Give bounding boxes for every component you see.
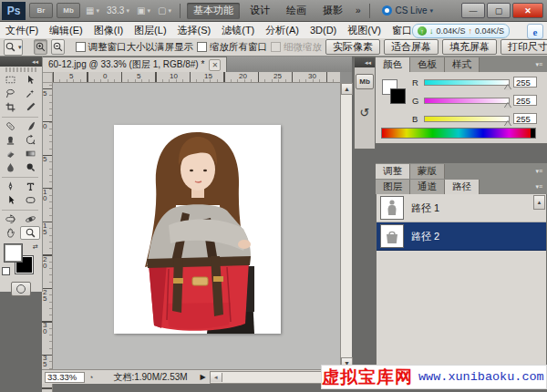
green-value-field[interactable] [513,95,537,106]
status-flyout-button[interactable]: ▶ [201,373,206,381]
panel-menu-icon[interactable]: ▾≡ [535,168,547,179]
launch-mini-bridge-button[interactable]: Mb [57,3,80,18]
menu-filter[interactable]: 滤镜(T) [216,22,260,38]
browser-icon[interactable]: e [527,24,543,39]
tab-adjustments[interactable]: 调整 [376,164,410,179]
zoom-in-mode-button[interactable] [34,39,47,55]
shape-tool[interactable] [20,193,40,207]
toolbox-collapse-button[interactable]: ◂◂ [0,57,42,67]
menu-image[interactable]: 图像(I) [88,22,129,38]
maximize-button[interactable]: ▢ [487,3,511,18]
tab-layers[interactable]: 图层 [376,180,410,194]
color-spectrum-ramp[interactable] [381,128,536,139]
pen-tool[interactable] [0,180,20,193]
3d-rotate-tool[interactable] [0,212,20,226]
tab-styles[interactable]: 样式 [445,57,480,72]
lasso-tool[interactable] [0,87,20,100]
slider-thumb-icon[interactable] [504,85,511,90]
type-tool[interactable] [20,180,40,193]
menu-layer[interactable]: 图层(L) [129,22,171,38]
quick-mask-button[interactable] [11,282,31,296]
black-swatch[interactable] [531,129,535,138]
zoom-out-mode-button[interactable] [51,39,65,55]
dodge-tool[interactable] [20,160,40,174]
path-selection-tool[interactable] [0,193,20,207]
3d-orbit-tool[interactable] [20,212,40,226]
view-extras-dropdown[interactable]: ▦ ▾ [84,6,101,15]
arrange-documents-dropdown[interactable]: ▣ ▾ [135,6,152,15]
eyedropper-tool[interactable] [20,100,40,114]
eraser-tool[interactable] [0,147,20,160]
launch-bridge-button[interactable]: Br [29,3,53,18]
zoom-all-windows-checkbox[interactable]: 缩放所有窗口 [197,41,267,54]
vertical-scrollbar[interactable]: ▲ ▼ [340,83,352,369]
tab-color[interactable]: 颜色 [376,57,410,72]
dock-collapse-button[interactable]: ◂◂ [355,57,375,67]
toolbox-grip[interactable] [5,67,36,72]
cs-live-dropdown[interactable]: CS Live ▾ [382,5,433,15]
actual-pixels-button[interactable]: 实际像素 [325,39,380,55]
document-tab[interactable]: 60-12.jpg @ 33.3% (图层 1, RGB/8#) * ✕ [42,57,227,72]
hand-tool[interactable] [0,226,20,240]
history-panel-button[interactable]: ↺ [356,104,373,120]
menu-select[interactable]: 选择(S) [172,22,217,38]
menu-edit[interactable]: 编辑(E) [44,22,88,38]
canvas-area[interactable] [53,83,340,369]
gradient-tool[interactable] [20,147,40,160]
red-slider[interactable] [424,79,510,86]
default-colors-icon[interactable] [2,267,10,275]
history-brush-tool[interactable] [20,133,40,147]
crop-tool[interactable] [0,100,20,114]
tab-swatches[interactable]: 色板 [410,57,445,72]
clone-stamp-tool[interactable] [0,133,20,147]
blue-slider[interactable] [424,116,510,122]
path-row-2[interactable]: 路径 2 [377,222,546,251]
fit-screen-button[interactable]: 适合屏幕 [384,39,439,55]
path-name[interactable]: 路径 1 [411,201,439,215]
workspace-tab-photography[interactable]: 摄影 [316,3,349,19]
menu-view[interactable]: 视图(V) [342,22,387,38]
current-tool-preview[interactable]: ▾ [4,39,23,56]
workspace-tab-painting[interactable]: 绘画 [280,3,313,19]
brush-tool[interactable] [20,119,40,133]
marquee-tool[interactable] [0,73,20,87]
minimize-button[interactable]: — [461,3,485,18]
move-tool[interactable] [20,73,40,87]
path-row-1[interactable]: 路径 1 [377,194,546,222]
scroll-left-icon[interactable]: ◄ [211,373,222,382]
more-workspaces-button[interactable]: » [353,5,364,15]
scroll-up-icon[interactable]: ▲ [533,195,545,210]
mini-bridge-panel-button[interactable]: Mb [356,74,374,89]
blue-value-field[interactable] [513,113,537,124]
menu-analysis[interactable]: 分析(A) [260,22,304,38]
menu-file[interactable]: 文件(F) [0,22,44,38]
print-size-button[interactable]: 打印尺寸 [501,39,547,55]
red-value-field[interactable] [513,77,537,88]
resize-windows-checkbox[interactable]: 调整窗口大小以满屏显示 [76,41,194,54]
menu-3d[interactable]: 3D(D) [304,22,342,38]
scroll-up-icon[interactable]: ▲ [341,83,353,95]
zoom-level-dropdown[interactable]: 33.3 ▾ [105,5,131,15]
zoom-tool[interactable] [20,226,40,240]
slider-thumb-icon[interactable] [504,121,511,127]
green-slider[interactable] [424,98,510,104]
tab-masks[interactable]: 蒙版 [410,164,445,179]
blur-tool[interactable] [0,160,20,174]
close-button[interactable]: ✕ [512,3,543,18]
workspace-tab-essentials[interactable]: 基本功能 [187,3,240,19]
tab-close-icon[interactable]: ✕ [209,59,221,71]
tab-paths[interactable]: 路径 [445,180,480,194]
magic-wand-tool[interactable] [20,87,40,100]
screen-mode-dropdown[interactable]: ▢ ▾ [156,6,173,15]
workspace-tab-design[interactable]: 设计 [243,3,276,19]
zoom-percentage-field[interactable] [45,372,85,383]
tab-channels[interactable]: 通道 [410,180,445,194]
panel-menu-icon[interactable]: ▾≡ [535,183,547,194]
background-color-swatch[interactable] [390,88,406,104]
foreground-color-swatch[interactable] [5,244,22,262]
healing-brush-tool[interactable] [0,119,20,133]
panel-menu-icon[interactable]: ▾≡ [535,61,547,72]
fill-screen-button[interactable]: 填充屏幕 [442,39,497,55]
slider-thumb-icon[interactable] [504,103,511,108]
swap-colors-icon[interactable]: ⇄ [33,243,38,251]
